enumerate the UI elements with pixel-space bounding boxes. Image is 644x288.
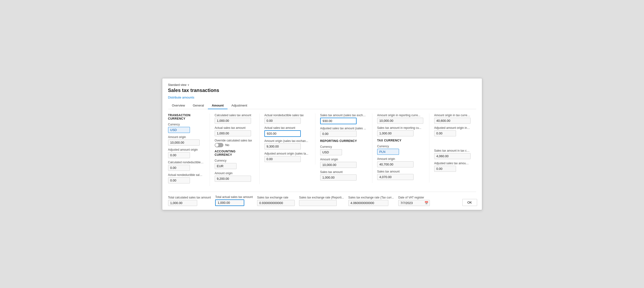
amount-origin-rep-field: Amount origin in reporting curre...: [377, 114, 423, 124]
acc-currency-input[interactable]: [215, 163, 236, 169]
rep-amount-origin-input[interactable]: [320, 162, 356, 168]
tabs-bar: Overview General Amount Adjustment: [168, 102, 476, 109]
vat-date-field: Date of VAT register 📅: [398, 196, 430, 206]
sales-tax-tax-input[interactable]: [434, 153, 470, 159]
sales-tax-rep-field: Sales tax amount in reporting cu...: [377, 126, 423, 136]
adj-amount-origin-tax-input[interactable]: [434, 130, 456, 136]
exchange-rate-tax-label: Sales tax exchange rate (Tax curr...: [348, 196, 394, 199]
exchange-rate-input[interactable]: [257, 200, 295, 206]
rep-currency-input[interactable]: [320, 149, 342, 155]
sales-tax-rep-label: Sales tax amount in reporting cu...: [377, 126, 423, 130]
total-calc-field: Total calculated sales tax amount: [168, 196, 211, 206]
rep-sales-tax-label: Sales tax amount: [320, 170, 366, 174]
actual-sales-tax-label: Actual sales tax amount: [215, 126, 254, 130]
rep-currency-label: Currency: [320, 145, 366, 148]
adj-sales-tax-c4-input[interactable]: [320, 131, 356, 137]
exchange-rate-rep-label: Sales tax exchange rate (Reporti...: [299, 196, 344, 199]
adjusted-amount-origin-field: Adjusted amount origin: [168, 148, 204, 158]
calc-sales-tax-input[interactable]: [215, 118, 251, 124]
sales-tax-amount-c4-input[interactable]: [320, 118, 356, 124]
transaction-currency-col: TRANSACTION CURRENCY Currency Amount ori…: [168, 114, 210, 186]
amount-origin-label: Amount origin: [168, 136, 204, 139]
view-label: Standard view ∨: [168, 83, 476, 86]
amount-origin-rep-input[interactable]: [377, 118, 423, 124]
col2: Calculated sales tax amount Actual sales…: [215, 114, 260, 184]
exchange-rate-label: Sales tax exchange rate: [257, 196, 295, 199]
adj-sales-tax-tax-input[interactable]: [434, 166, 456, 172]
bottom-bar: Total calculated sales tax amount Total …: [168, 192, 476, 206]
actual-sales-tax-c3-label: Actual sales tax amount: [264, 126, 309, 130]
vat-date-input[interactable]: [398, 200, 430, 206]
calc-nonded-label: Calculated nondeductible sales tax: [168, 160, 204, 164]
rep-sales-tax-field: Sales tax amount: [320, 170, 366, 180]
calc-sales-tax-field: Calculated sales tax amount: [215, 114, 254, 124]
exchange-rate-tax-field: Sales tax exchange rate (Tax curr...: [348, 196, 394, 206]
adj-sales-tax-tax-field: Adjusted sales tax amount in tax ...: [434, 162, 470, 172]
amount-origin-tax-input[interactable]: [434, 118, 470, 124]
acc-amount-origin-input[interactable]: [215, 176, 251, 182]
override-label: Override calculated sales tax: [215, 139, 254, 142]
actual-sales-tax-c3-field: Actual sales tax amount: [264, 126, 309, 137]
total-actual-field: Total actual sales tax amount: [215, 195, 253, 206]
transaction-currency-header: TRANSACTION CURRENCY: [168, 114, 204, 120]
amount-origin-c3-field: Amount origin (sales tax exchan...: [264, 139, 309, 150]
actual-sales-tax-field: Actual sales tax amount: [215, 126, 254, 136]
adj-amount-origin-c3-input[interactable]: [264, 156, 301, 162]
actual-sales-tax-input[interactable]: [215, 130, 251, 136]
exchange-rate-rep-input[interactable]: [299, 200, 337, 206]
tax-sales-tax-label: Sales tax amount: [377, 170, 423, 173]
sales-tax-rep-input[interactable]: [377, 130, 414, 136]
actual-sales-tax-c3-input[interactable]: [264, 130, 301, 137]
actual-nonded-c3-input[interactable]: [264, 118, 301, 124]
tax-sales-tax-input[interactable]: [377, 174, 414, 180]
adj-sales-tax-c4-field: Adjusted sales tax amount (sales ...: [320, 127, 366, 137]
actual-nonded-c3-field: Actual nondeductible sales tax: [264, 114, 309, 124]
amount-origin-input[interactable]: [168, 140, 200, 146]
amount-origin-rep-label: Amount origin in reporting curre...: [377, 114, 423, 117]
adjusted-amount-origin-input[interactable]: [168, 152, 190, 158]
total-calc-label: Total calculated sales tax amount: [168, 196, 211, 199]
tab-adjustment[interactable]: Adjustment: [228, 102, 251, 109]
chevron-down-icon: ∨: [188, 84, 189, 86]
tax-amount-origin-input[interactable]: [377, 161, 414, 168]
tab-overview[interactable]: Overview: [168, 102, 189, 109]
accounting-currency-header: ACCOUNTING CURRENCY: [215, 150, 254, 156]
toggle-knob: [215, 144, 218, 147]
page-title: Sales tax transactions: [168, 88, 476, 93]
adjusted-amount-origin-label: Adjusted amount origin: [168, 148, 204, 152]
sales-tax-tax-label: Sales tax amount in tax currency ...: [434, 149, 470, 152]
sales-tax-dialog: Standard view ∨ Sales tax transactions D…: [162, 78, 482, 210]
amount-origin-tax-label: Amount origin in tax currency (s...: [434, 114, 470, 117]
amount-origin-c3-label: Amount origin (sales tax exchan...: [264, 139, 309, 143]
actual-nonded-tc-input[interactable]: [168, 177, 190, 184]
actual-nonded-tc-field: Actual nondeductible sales tax: [168, 173, 204, 184]
tab-amount[interactable]: Amount: [208, 102, 228, 109]
ok-button[interactable]: OK: [462, 199, 477, 206]
acc-currency-label: Currency: [215, 159, 254, 162]
exchange-rate-tax-input[interactable]: [348, 200, 388, 206]
tax-amount-origin-field: Amount origin: [377, 157, 423, 168]
acc-amount-origin-field: Amount origin: [215, 172, 254, 182]
calc-nonded-input[interactable]: [168, 165, 190, 171]
rep-amount-origin-label: Amount origin: [320, 158, 366, 161]
override-field: Override calculated sales tax No: [215, 139, 254, 147]
adj-amount-origin-tax-label: Adjusted amount origin in tax cu...: [434, 126, 470, 130]
tax-cur-input[interactable]: [377, 149, 399, 155]
tab-general[interactable]: General: [189, 102, 208, 109]
tax-cur-label: Currency: [377, 144, 423, 148]
adj-amount-origin-c3-label: Adjusted amount origin (sales ta...: [264, 152, 309, 155]
adj-amount-origin-tax-field: Adjusted amount origin in tax cu...: [434, 126, 470, 136]
total-calc-input[interactable]: [168, 200, 197, 206]
adj-sales-tax-c4-label: Adjusted sales tax amount (sales ...: [320, 127, 366, 130]
exchange-rate-rep-field: Sales tax exchange rate (Reporti...: [299, 196, 344, 206]
rep-sales-tax-input[interactable]: [320, 174, 356, 180]
total-actual-input[interactable]: [215, 200, 244, 206]
amount-origin-c3-input[interactable]: [264, 144, 301, 150]
adj-sales-tax-tax-label: Adjusted sales tax amount in tax ...: [434, 162, 470, 165]
override-toggle[interactable]: [215, 143, 224, 147]
tax-cur-field: Currency: [377, 144, 423, 155]
currency-input[interactable]: [168, 127, 190, 133]
amount-origin-tax-field: Amount origin in tax currency (s...: [434, 114, 470, 124]
distribute-amounts-link[interactable]: Distribute amounts: [168, 96, 194, 99]
actual-nonded-c3-label: Actual nondeductible sales tax: [264, 114, 309, 117]
